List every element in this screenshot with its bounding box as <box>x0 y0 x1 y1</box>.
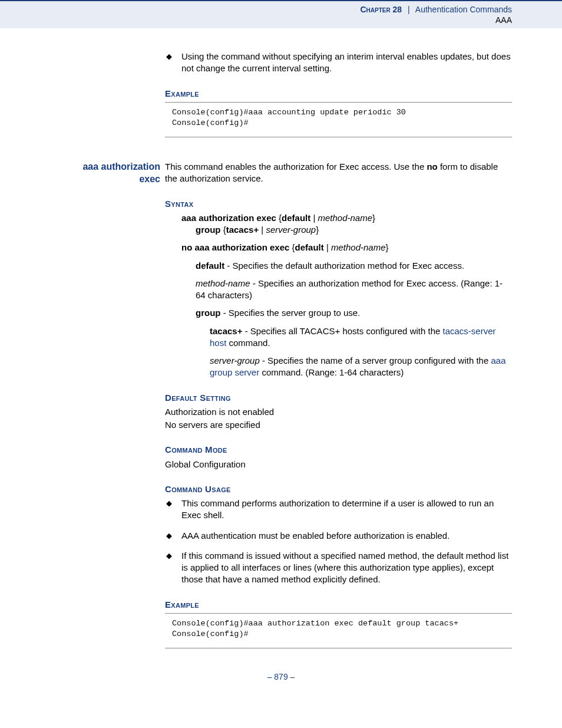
header-separator: | <box>408 5 410 14</box>
list-item: Using the command without specifying an … <box>165 51 512 75</box>
list-item: If this command is issued without a spec… <box>165 550 512 586</box>
param-name: tacacs+ <box>210 326 242 336</box>
syntax-text: | <box>324 242 331 252</box>
command-usage-heading: Command Usage <box>165 483 512 495</box>
example-heading: Example <box>165 88 512 100</box>
param-text: - Specifies the name of a server group c… <box>260 355 491 365</box>
default-setting-line: No servers are specified <box>165 419 512 431</box>
param-text: - Specifies all TACACS+ hosts configured… <box>242 326 442 336</box>
syntax-text: } <box>316 225 319 235</box>
intro-bullet-list: Using the command without specifying an … <box>165 51 512 75</box>
param-desc: tacacs+ - Specifies all TACACS+ hosts co… <box>210 325 512 350</box>
syntax-text: default <box>282 213 310 223</box>
syntax-text: no aaa authorization exec <box>181 242 289 252</box>
intro-text: This command enables the authorization f… <box>165 162 427 172</box>
syntax-text: method-name <box>331 242 386 252</box>
syntax-text: { <box>289 242 295 252</box>
syntax-text: method-name <box>318 213 373 223</box>
header-subtitle: AAA <box>0 15 512 25</box>
syntax-text: tacacs+ <box>226 225 259 235</box>
param-desc: server-group - Specifies the name of a s… <box>210 355 512 379</box>
param-text: command. (Range: 1-64 characters) <box>259 367 404 377</box>
syntax-text: { <box>276 213 282 223</box>
syntax-text: default <box>295 242 324 252</box>
command-name-line1: aaa authorization <box>82 162 160 172</box>
syntax-text: | <box>310 213 318 223</box>
intro-bold: no <box>427 162 437 172</box>
default-setting-line: Authorization is not enabled <box>165 406 512 418</box>
page-content: Using the command without specifying an … <box>165 51 512 648</box>
default-setting-heading: Default Setting <box>165 392 512 404</box>
header-title: Authentication Commands <box>415 5 512 14</box>
command-block: aaa authorization exec This command enab… <box>165 161 512 185</box>
syntax-text: group <box>196 225 221 235</box>
syntax-line: aaa authorization exec {default | method… <box>181 212 512 236</box>
syntax-text: { <box>221 225 226 235</box>
param-name: default <box>196 261 224 271</box>
param-name: server-group <box>210 355 260 365</box>
page-header: Chapter 28 | Authentication Commands AAA <box>0 0 562 28</box>
syntax-text: } <box>386 242 389 252</box>
syntax-heading: Syntax <box>165 198 512 210</box>
command-intro: This command enables the authorization f… <box>165 161 512 185</box>
page-footer: – 879 – <box>0 672 562 681</box>
command-mode-line: Global Configuration <box>165 459 512 470</box>
param-desc: group - Specifies the server group to us… <box>196 307 512 319</box>
param-desc: default - Specifies the default authoriz… <box>196 260 512 272</box>
param-desc: method-name - Specifies an authorization… <box>196 278 512 302</box>
list-item: AAA authentication must be enabled befor… <box>165 530 512 542</box>
command-name-line2: exec <box>139 174 160 184</box>
param-text: command. <box>226 338 270 348</box>
code-example: Console(config)#aaa accounting update pe… <box>165 102 512 137</box>
command-name-margin: aaa authorization exec <box>82 161 160 186</box>
command-mode-heading: Command Mode <box>165 444 512 456</box>
param-text: - Specifies the server group to use. <box>221 308 361 318</box>
param-text: - Specifies the default authorization me… <box>224 261 464 271</box>
code-example: Console(config)#aaa authorization exec d… <box>165 613 512 648</box>
syntax-text: } <box>372 213 375 223</box>
syntax-line: no aaa authorization exec {default | met… <box>181 242 512 253</box>
param-name: method-name - <box>196 278 258 288</box>
command-usage-list: This command performs authorization to d… <box>165 498 512 586</box>
param-name: group <box>196 308 221 318</box>
example-heading: Example <box>165 599 512 611</box>
chapter-label: Chapter 28 <box>360 5 402 14</box>
syntax-text: | <box>259 225 266 235</box>
list-item: This command performs authorization to d… <box>165 498 512 522</box>
syntax-text: aaa authorization exec <box>181 213 276 223</box>
syntax-text: server-group <box>266 225 316 235</box>
